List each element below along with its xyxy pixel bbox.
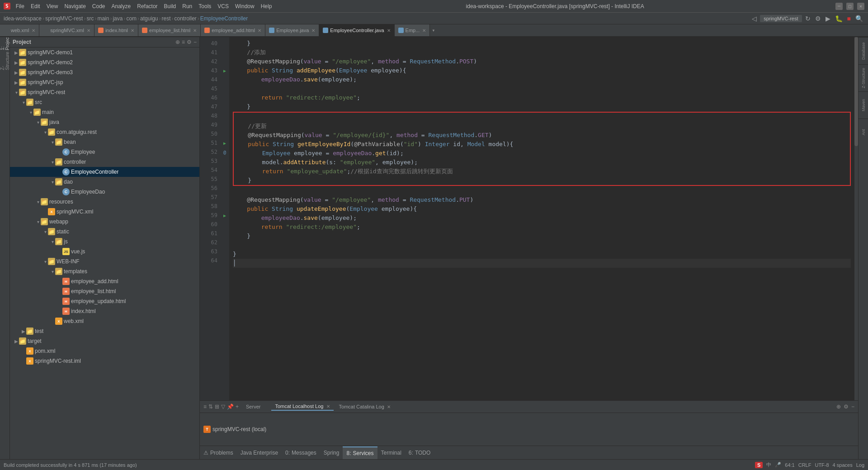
services-align-icon[interactable]: ≡ xyxy=(203,404,207,410)
breadcrumb-item-atguigu[interactable]: atguigu xyxy=(140,15,158,22)
services-tab-close-icon[interactable]: ✕ xyxy=(387,404,391,409)
breadcrumb-item-java[interactable]: java xyxy=(113,15,123,22)
tab-employee-controller[interactable]: EmployeeController.java ✕ xyxy=(319,24,394,36)
tree-item-bean[interactable]: ▾ 📁 bean xyxy=(10,137,199,147)
tree-item-springmvc-jsp[interactable]: ▶ 📁 springMVC-jsp xyxy=(10,77,199,87)
breadcrumb-item-workspace[interactable]: idea-workspace xyxy=(4,15,42,22)
tree-item-vue-js[interactable]: JS vue.js xyxy=(10,247,199,256)
bottom-tab-terminal[interactable]: Terminal xyxy=(377,446,405,459)
tree-item-target[interactable]: ▶ 📁 target xyxy=(10,336,199,346)
locate-file-icon[interactable]: ⊕ xyxy=(175,39,180,45)
tree-item-resources[interactable]: ▾ 📁 resources xyxy=(10,197,199,207)
status-chinese-icon[interactable]: 中 xyxy=(766,461,771,468)
breadcrumb-back-icon[interactable]: ◁ xyxy=(750,15,758,22)
stop-icon[interactable]: ■ xyxy=(846,15,852,22)
tree-item-employee-update-html[interactable]: H employee_update.html xyxy=(10,296,199,306)
services-sort-icon[interactable]: ⇅ xyxy=(208,404,213,410)
tree-item-dao[interactable]: ▾ 📁 dao xyxy=(10,177,199,187)
tree-item-webapp[interactable]: ▾ 📁 webapp xyxy=(10,217,199,227)
status-line-ending[interactable]: CRLF xyxy=(798,462,811,468)
tab-close-icon[interactable]: ✕ xyxy=(311,28,315,33)
tab-springmvc-xml[interactable]: springMVC.xml ✕ xyxy=(39,24,94,36)
editor-scrollbar[interactable] xyxy=(854,37,858,400)
menu-tools[interactable]: Tools xyxy=(196,2,214,10)
status-mic-icon[interactable]: 🎤 xyxy=(775,462,781,468)
settings-icon[interactable]: ⚙ xyxy=(187,39,192,45)
structure-panel-icon[interactable]: Z-Structure xyxy=(1,57,9,65)
tab-close-icon[interactable]: ✕ xyxy=(422,28,426,33)
breadcrumb-item-src[interactable]: src xyxy=(86,15,94,22)
project-selector[interactable]: springMVC-rest xyxy=(760,15,802,22)
maximize-button[interactable]: □ xyxy=(846,3,854,10)
minimize-button[interactable]: ─ xyxy=(835,3,843,10)
minimize-panel-icon[interactable]: − xyxy=(193,39,197,45)
run-icon[interactable]: ▶ xyxy=(824,15,832,22)
menu-code[interactable]: Code xyxy=(90,2,108,10)
tree-item-web-xml[interactable]: X web.xml xyxy=(10,316,199,326)
sync-icon[interactable]: ↻ xyxy=(804,15,812,22)
build-icon[interactable]: ⚙ xyxy=(814,15,822,22)
menu-help[interactable]: Help xyxy=(258,2,275,10)
minimize-services-icon[interactable]: − xyxy=(851,404,854,410)
bottom-tab-todo[interactable]: 6: TODO xyxy=(405,446,434,459)
breadcrumb-item-project[interactable]: springMVC-rest xyxy=(45,15,83,22)
gutter-51[interactable]: ▶ xyxy=(220,138,229,147)
breadcrumb-item-class[interactable]: EmployeeController xyxy=(200,15,248,22)
tree-item-static[interactable]: ▾ 📁 static xyxy=(10,227,199,237)
tab-close-icon[interactable]: ✕ xyxy=(131,28,134,33)
tab-emp-extra[interactable]: Emp... ✕ xyxy=(395,24,430,36)
expand-icon[interactable]: ⊕ xyxy=(836,404,841,410)
gutter-43[interactable]: ▶ xyxy=(220,66,229,75)
services-tab-close-icon[interactable]: ✕ xyxy=(326,404,330,409)
tree-item-controller[interactable]: ▾ 📁 controller xyxy=(10,157,199,167)
tree-item-src[interactable]: ▾ 📁 src xyxy=(10,97,199,107)
tree-item-springmvc-demo1[interactable]: ▶ 📁 springMVC-demo1 xyxy=(10,47,199,57)
tree-item-com-atguigu-rest[interactable]: ▾ 📁 com.atguigu.rest xyxy=(10,127,199,137)
tree-item-employee-add-html[interactable]: H employee_add.html xyxy=(10,276,199,286)
bottom-tab-java-enterprise[interactable]: Java Enterprise xyxy=(237,446,282,459)
tree-item-js[interactable]: ▾ 📁 js xyxy=(10,237,199,247)
bottom-tab-spring[interactable]: Spring xyxy=(320,446,343,459)
code-content[interactable]: } //添加 @RequestMapping(value = "/employe… xyxy=(229,37,854,400)
tree-item-employee-dao[interactable]: C EmployeeDao xyxy=(10,187,199,197)
settings-icon[interactable]: ⚙ xyxy=(844,404,849,410)
tab-close-icon[interactable]: ✕ xyxy=(193,28,197,33)
tab-web-xml[interactable]: web.xml ✕ xyxy=(0,24,39,36)
tab-close-icon[interactable]: ✕ xyxy=(258,28,261,33)
tree-item-java[interactable]: ▾ 📁 java xyxy=(10,117,199,127)
services-tab-catalina-log[interactable]: Tomcat Catalina Log ✕ xyxy=(335,403,394,410)
services-tab-localhost-log[interactable]: Tomcat Localhost Log ✕ xyxy=(271,403,333,411)
menu-vcs[interactable]: VCS xyxy=(215,2,231,10)
tab-employee-list[interactable]: employee_list.html ✕ xyxy=(138,24,201,36)
menu-analyze[interactable]: Analyze xyxy=(109,2,134,10)
menu-window[interactable]: Window xyxy=(232,2,257,10)
bottom-tab-services[interactable]: 8: Services xyxy=(343,446,377,459)
project-panel-icon[interactable]: 1: Project xyxy=(1,39,9,47)
gutter-58[interactable]: ▶ xyxy=(220,211,229,220)
tab-index-html[interactable]: index.html ✕ xyxy=(94,24,138,36)
tree-item-employee-controller[interactable]: C EmployeeController xyxy=(10,167,199,177)
tab-close-icon[interactable]: ✕ xyxy=(32,28,35,33)
code-editor[interactable]: 40 41 42 43 44 45 46 47 48 49 50 51 52 5… xyxy=(200,37,858,400)
menu-build[interactable]: Build xyxy=(161,2,179,10)
menu-navigate[interactable]: Navigate xyxy=(61,2,88,10)
tab-employee-add[interactable]: employee_add.html ✕ xyxy=(201,24,265,36)
tab-employee-java[interactable]: Employee.java ✕ xyxy=(265,24,319,36)
breadcrumb-item-rest[interactable]: rest xyxy=(161,15,170,22)
services-group-icon[interactable]: ⊞ xyxy=(215,404,219,410)
status-position[interactable]: 64:1 xyxy=(785,462,794,468)
tree-item-springmvc-demo3[interactable]: ▶ 📁 springMVC-demo3 xyxy=(10,67,199,77)
status-encoding[interactable]: UTF-8 xyxy=(815,462,829,468)
tree-item-springmvc-demo2[interactable]: ▶ 📁 springMVC-demo2 xyxy=(10,57,199,67)
ant-panel-icon[interactable]: Ant xyxy=(859,119,868,146)
tree-item-iml[interactable]: X springMVC-rest.iml xyxy=(10,356,199,366)
search-everywhere-icon[interactable]: 🔍 xyxy=(854,15,864,22)
close-button[interactable]: ✕ xyxy=(857,3,864,10)
breadcrumb-item-controller[interactable]: controller xyxy=(175,15,197,22)
tree-item-pom-xml[interactable]: X pom.xml xyxy=(10,346,199,356)
bottom-tab-messages[interactable]: 0: Messages xyxy=(282,446,320,459)
services-list-item[interactable]: T springMVC-rest (local) xyxy=(203,426,266,433)
services-filter-icon[interactable]: ▽ xyxy=(221,404,225,410)
services-pin-icon[interactable]: 📌 xyxy=(227,404,234,410)
tree-item-employee[interactable]: C Employee xyxy=(10,147,199,157)
